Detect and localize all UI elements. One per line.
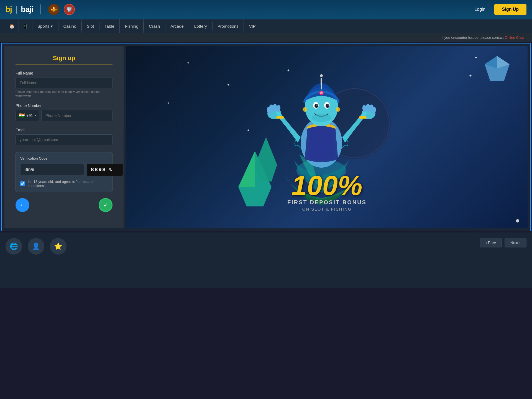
svg-point-20 bbox=[320, 74, 323, 77]
nav-lottery[interactable]: Lottery bbox=[189, 19, 212, 33]
logo[interactable]: bj | baji bbox=[6, 5, 33, 14]
nav-left: bj | baji ⚜️ 🛡️ bbox=[6, 4, 75, 15]
captcha-code: 8898 bbox=[91, 167, 106, 173]
full-name-input[interactable] bbox=[16, 78, 112, 88]
signup-title: Sign up bbox=[16, 55, 112, 65]
footer-icon-1[interactable]: 🌐 bbox=[6, 238, 22, 255]
svg-point-21 bbox=[303, 107, 307, 112]
terms-checkbox[interactable] bbox=[20, 181, 25, 186]
phone-label: Phone Number bbox=[16, 103, 112, 108]
nav-table[interactable]: Table bbox=[99, 19, 120, 33]
captcha-display: 8898 ↻ bbox=[87, 164, 123, 176]
main-content: Sign up Full Name Please enter your full… bbox=[1, 43, 531, 231]
footer-area: 🌐 👤 ⭐ ‹ Prev Next › bbox=[0, 232, 532, 288]
svg-rect-28 bbox=[276, 116, 284, 119]
notice-text: If you encounter issues, please contact bbox=[441, 35, 504, 40]
contact-link[interactable]: Online Chat bbox=[505, 35, 524, 40]
chevron-down-icon: ▾ bbox=[35, 114, 36, 117]
nav-promotions[interactable]: Promotions bbox=[213, 19, 244, 33]
back-button[interactable]: ← bbox=[16, 198, 29, 212]
notice-bar: If you encounter issues, please contact … bbox=[0, 33, 532, 42]
nav-casino[interactable]: Casino bbox=[58, 19, 82, 33]
footer-icon-2[interactable]: 👤 bbox=[28, 238, 44, 255]
team-logo-2: 🛡️ bbox=[64, 4, 75, 15]
top-navbar: bj | baji ⚜️ 🛡️ Login Sign Up bbox=[0, 0, 532, 19]
full-name-label: Full Name bbox=[16, 71, 112, 75]
svg-point-19 bbox=[320, 91, 323, 94]
nav-right: Login Sign Up bbox=[469, 4, 526, 15]
india-flag: 🇮🇳 bbox=[19, 112, 25, 119]
banner-background: ✦ ✦ ✦ ✦ ✦ ✦ ✦ bbox=[126, 46, 528, 228]
phone-row: 🇮🇳 +91 ▾ bbox=[16, 110, 112, 121]
svg-point-15 bbox=[316, 104, 318, 106]
nav-vip[interactable]: VIP bbox=[244, 19, 261, 33]
terms-text: I'm 18 years old, and agree to "terms an… bbox=[28, 180, 108, 188]
svg-rect-34 bbox=[359, 116, 367, 119]
nav-home[interactable]: 🏠 bbox=[6, 19, 19, 33]
verification-box: Verification Code 8898 ↻ I'm 18 years ol… bbox=[16, 152, 112, 192]
svg-point-22 bbox=[336, 107, 340, 112]
back-arrow-icon: ← bbox=[20, 202, 25, 208]
nav-mobile[interactable]: 📱 bbox=[19, 19, 32, 33]
refresh-captcha-icon[interactable]: ↻ bbox=[109, 167, 112, 172]
brand-name: bj | baji bbox=[6, 5, 33, 14]
footer-next-button[interactable]: Next › bbox=[505, 238, 526, 247]
form-bottom: ← ✓ bbox=[16, 198, 112, 212]
nav-fishing[interactable]: Fishing bbox=[120, 19, 144, 33]
footer-icon-3[interactable]: ⭐ bbox=[50, 238, 66, 255]
email-label: Email bbox=[16, 128, 112, 132]
svg-point-13 bbox=[314, 104, 318, 108]
nav-sports[interactable]: Sports ▾ bbox=[32, 19, 58, 33]
confirm-button[interactable]: ✓ bbox=[99, 198, 112, 212]
email-input[interactable] bbox=[16, 134, 112, 145]
team-logo-1: ⚜️ bbox=[48, 4, 59, 15]
verification-input[interactable] bbox=[20, 164, 84, 175]
verification-row: 8898 ↻ bbox=[20, 164, 108, 176]
full-name-hint: Please enter your full legal name for id… bbox=[16, 90, 112, 98]
footer-prev-button[interactable]: ‹ Prev bbox=[480, 238, 502, 247]
svg-point-17 bbox=[312, 114, 331, 122]
logo-divider bbox=[40, 4, 41, 14]
signup-panel: Sign up Full Name Please enter your full… bbox=[4, 46, 124, 228]
nav-arcade[interactable]: Arcade bbox=[165, 19, 189, 33]
checkmark-icon: ✓ bbox=[103, 202, 108, 208]
bonus-line2: ON SLOT & FISHING bbox=[126, 207, 528, 211]
svg-point-16 bbox=[328, 104, 329, 106]
verification-label: Verification Code bbox=[20, 156, 108, 160]
bonus-line1: FIRST DEPOSIT BONUS bbox=[126, 199, 528, 206]
svg-point-14 bbox=[326, 104, 329, 108]
carousel-dot[interactable] bbox=[516, 219, 519, 222]
signup-button[interactable]: Sign Up bbox=[494, 4, 526, 15]
login-button[interactable]: Login bbox=[469, 5, 491, 14]
bonus-percent: 100% bbox=[126, 172, 528, 199]
terms-row: I'm 18 years old, and agree to "terms an… bbox=[20, 180, 108, 188]
phone-country-selector[interactable]: 🇮🇳 +91 ▾ bbox=[16, 110, 39, 121]
nav-slot[interactable]: Slot bbox=[82, 19, 99, 33]
nav-crash[interactable]: Crash bbox=[144, 19, 165, 33]
menu-bar: 🏠 📱 Sports ▾ Casino Slot Table Fishing C… bbox=[0, 19, 532, 33]
country-code: +91 bbox=[26, 113, 33, 118]
banner-panel: ✦ ✦ ✦ ✦ ✦ ✦ ✦ bbox=[126, 46, 528, 228]
banner-text: 100% FIRST DEPOSIT BONUS ON SLOT & FISHI… bbox=[126, 172, 528, 211]
phone-input[interactable] bbox=[41, 110, 112, 121]
